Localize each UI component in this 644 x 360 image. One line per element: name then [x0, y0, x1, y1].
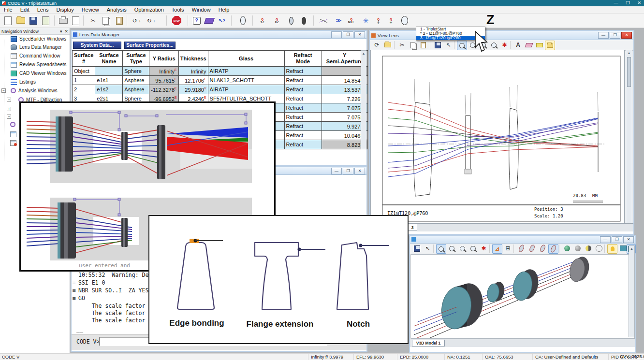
context-help-icon[interactable]: ↖?	[217, 15, 227, 26]
scroll-thumb[interactable]	[627, 57, 631, 87]
paste-icon[interactable]	[114, 15, 124, 26]
menu-window[interactable]: Window	[188, 7, 215, 13]
open-file-icon[interactable]	[15, 15, 26, 26]
sidebar-item-command-window[interactable]: Command Window	[0, 52, 81, 60]
ldm-scrollbar[interactable]: ▲	[361, 50, 366, 149]
col-thickness[interactable]: Thickness	[178, 51, 208, 67]
viewlens-scrollbar[interactable]: ▲	[626, 50, 632, 223]
v3d-restore-icon[interactable]: ❐	[612, 236, 622, 243]
lightbulb-icon[interactable]	[607, 244, 617, 254]
shading-sphere-icon[interactable]	[594, 244, 604, 253]
cmd-close-icon[interactable]: ✕	[354, 168, 365, 174]
new-file-icon[interactable]	[3, 15, 13, 26]
viewlens-canvas[interactable]: 20.83 MM IZ1@T120,@P760 Position: 3 Scal…	[370, 50, 625, 223]
pin-icon[interactable]: ✱	[479, 244, 489, 253]
ldm-close-icon[interactable]: ✕	[354, 31, 365, 38]
table-row[interactable]: 2e1s2Asphere-112.3278E29.9180VAIRATPRefr…	[73, 85, 368, 94]
paste-icon[interactable]	[418, 40, 428, 50]
copy-icon[interactable]	[408, 40, 418, 50]
tree-analysis-icon[interactable]	[10, 122, 15, 127]
docs-book-icon[interactable]	[204, 15, 214, 26]
print-preview-icon[interactable]	[71, 15, 81, 26]
zoom-out-icon[interactable]	[468, 244, 478, 253]
save-icon[interactable]	[412, 244, 422, 253]
zoom-dynamic-icon[interactable]	[447, 244, 457, 253]
spreadsheet-icon[interactable]	[41, 15, 51, 26]
surface-style-icon[interactable]	[538, 244, 548, 253]
menu-file[interactable]: File	[0, 7, 16, 13]
viewlens-restore-icon[interactable]: ❐	[610, 32, 620, 39]
grid-icon[interactable]: ⊞	[503, 244, 513, 253]
minimize-icon[interactable]: —	[614, 0, 618, 6]
sidebar-item-listings[interactable]: Listings	[0, 78, 81, 86]
scroll-up-icon[interactable]: ▲	[626, 50, 632, 56]
viewlens-close-icon[interactable]: ✕	[621, 32, 632, 39]
v3d-canvas[interactable]	[410, 254, 635, 339]
expander-icon[interactable]: +	[7, 115, 11, 119]
undo-dropdown-icon[interactable]: ↓	[137, 15, 142, 26]
v3d-scrollbar[interactable]: ▲	[629, 245, 635, 337]
sidebar-item-cad-viewer[interactable]: CAD Viewer Windows	[0, 69, 81, 77]
shading-sphere-icon[interactable]	[583, 244, 593, 253]
sidebar-item-review-spreadsheets[interactable]: Review Spreadsheets	[0, 60, 81, 69]
nav-collapse-icon[interactable]: ▾	[60, 29, 62, 34]
restore-icon[interactable]: ❐	[626, 0, 629, 6]
nav-close-icon[interactable]: ✕	[64, 29, 68, 34]
eraser-icon[interactable]	[524, 40, 534, 50]
ldm-minimize-icon[interactable]: —	[331, 31, 342, 38]
menu-analysis[interactable]: Analysis	[103, 7, 131, 13]
menu-review[interactable]: Review	[78, 7, 103, 13]
sidebar-item-lens-data-manager[interactable]: Lens Data Manager	[0, 43, 81, 51]
table-row[interactable]: 1e1s1Asphere95.7615E12.1706ENLAK12_SCHOT…	[73, 76, 368, 85]
field-plot-icon[interactable]: Q╫	[373, 15, 383, 26]
menu-optimization[interactable]: Optimization	[131, 7, 168, 13]
orientation-icon[interactable]: ⊿	[492, 244, 502, 254]
note-icon[interactable]	[534, 40, 544, 50]
zoom-in-icon[interactable]	[457, 244, 468, 253]
save-icon[interactable]	[433, 40, 443, 50]
ray-fan-icon[interactable]	[318, 15, 328, 26]
cut-icon[interactable]: ✂	[397, 40, 407, 50]
sidebar-item-analysis-windows[interactable]: Analysis Windows	[0, 86, 81, 95]
col-surface-type[interactable]: Surface Type	[123, 51, 149, 67]
ldm-title-bar[interactable]: Lens Data Manager — ❐ ✕	[72, 31, 366, 39]
menu-tools[interactable]: Tools	[168, 7, 188, 13]
refresh-icon[interactable]: ⟳	[372, 40, 382, 50]
redo-dropdown-icon[interactable]: ↓	[152, 15, 157, 26]
col-glass[interactable]: Glass	[208, 51, 284, 67]
ray-aberration-icon[interactable]: ≫	[334, 15, 344, 26]
view-yz-icon[interactable]: QYZ	[257, 15, 267, 26]
system-data-button[interactable]: System Data...	[73, 42, 121, 49]
v3d-close-icon[interactable]: ✕	[623, 236, 634, 243]
print-icon[interactable]	[58, 15, 68, 26]
surface-style-icon[interactable]	[527, 244, 537, 253]
pointer-icon[interactable]: ↖	[443, 40, 454, 50]
stop-icon[interactable]: STOP	[172, 15, 182, 26]
pin-icon[interactable]: ✱	[499, 40, 510, 50]
mtf-icon[interactable]: QMTF	[346, 15, 356, 26]
tree-spreadsheet-icon[interactable]	[10, 131, 16, 137]
cut-icon[interactable]: ✂	[88, 15, 98, 26]
cmd-minimize-icon[interactable]: —	[331, 168, 342, 174]
tab-v3d-model[interactable]: V3D Model 1	[412, 340, 445, 346]
close-icon[interactable]: ✕	[637, 0, 641, 6]
expander-icon[interactable]: +	[7, 107, 11, 111]
col-surface-name[interactable]: Surface Name	[95, 51, 123, 67]
tab-3[interactable]: 3	[408, 224, 417, 231]
export-icon[interactable]	[382, 40, 393, 50]
text-annotation-icon[interactable]: A	[513, 40, 523, 50]
lens-module-icon[interactable]	[238, 15, 248, 26]
pupil-map-icon[interactable]	[399, 15, 410, 26]
v3d-title-bar[interactable]: — ❐ ✕	[410, 236, 635, 244]
viewlens-title-bar[interactable]: View Lens — ❐ ✕	[370, 31, 633, 40]
title-bar[interactable]: CODE V - TripletStartLen — ❐ ✕	[0, 0, 644, 6]
menu-lens[interactable]: Lens	[33, 7, 53, 13]
viewlens-minimize-icon[interactable]: —	[598, 32, 609, 39]
zoom-region-icon[interactable]	[457, 41, 467, 50]
table-row[interactable]: ObjectSphereInfinityEInfinityAIRATPRefra…	[73, 67, 368, 76]
surface-style-icon[interactable]	[548, 244, 558, 254]
navigation-header[interactable]: Navigation Window ▾ ✕	[0, 28, 70, 35]
col-refract-mode[interactable]: Refract Mode	[284, 51, 322, 67]
shading-sphere-icon[interactable]	[572, 244, 583, 253]
save-icon[interactable]	[28, 15, 38, 26]
